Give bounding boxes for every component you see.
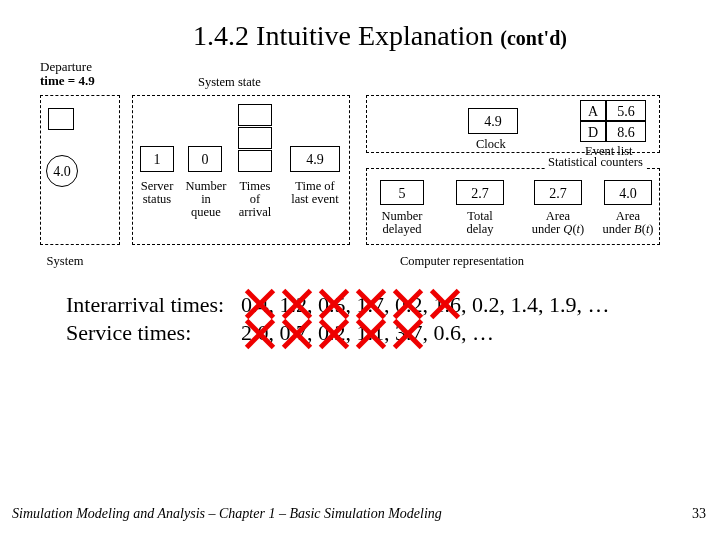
ev-a-time: 5.6 <box>606 100 646 121</box>
times-values: 0.4, 1.2, 0.5, 1.7, 0.2, 1.6, 0.2, 1.4, … <box>241 291 610 346</box>
num-delayed-box: 5 <box>380 180 424 205</box>
arrival-slot-1 <box>238 104 272 126</box>
page-number: 33 <box>692 506 706 522</box>
arrival-slot-2 <box>238 127 272 149</box>
ev-a: A <box>580 100 606 121</box>
time-last-event-box: 4.9 <box>290 146 340 172</box>
area-q-box: 2.7 <box>534 180 582 205</box>
clock-box: 4.9 <box>468 108 518 134</box>
ev-d-time: 8.6 <box>606 121 646 142</box>
cross-icon <box>279 316 315 352</box>
cross-icon <box>390 316 426 352</box>
queue-slot <box>48 108 74 130</box>
arrival-slot-3 <box>238 150 272 172</box>
area-q-label: Area under Q(t) <box>523 210 593 236</box>
comp-rep-label: Computer representation <box>400 255 524 268</box>
total-delay-box: 2.7 <box>456 180 504 205</box>
cross-icon <box>316 316 352 352</box>
interarrival-label: Interarrival times: <box>66 291 241 319</box>
title-main: 1.4.2 Intuitive Explanation <box>193 20 493 51</box>
footer-text: Simulation Modeling and Analysis – Chapt… <box>12 506 442 522</box>
footer: Simulation Modeling and Analysis – Chapt… <box>12 506 706 522</box>
server-status-label: Server status <box>135 180 179 206</box>
num-in-queue-box: 0 <box>188 146 222 172</box>
time-last-event-label: Time of last event <box>287 180 343 206</box>
departure-label: Departure time = 4.9 <box>40 60 95 87</box>
times-block: Interarrival times: Service times: 0.4, … <box>66 291 684 346</box>
area-b-label: Area under B(t) <box>593 210 663 236</box>
total-delay-label: Total delay <box>457 210 503 236</box>
cross-icon <box>353 316 389 352</box>
diagram: Departure time = 4.9 4.0 System System s… <box>40 60 680 275</box>
title-contd: (cont'd) <box>500 27 567 49</box>
times-arrival-label: Times of arrival <box>231 180 279 219</box>
system-state-label: System state <box>198 76 261 89</box>
cross-icon <box>427 286 463 322</box>
departing-customer: 4.0 <box>46 155 78 187</box>
num-in-queue-label: Number in queue <box>180 180 232 219</box>
system-label: System <box>40 255 90 268</box>
server-status-box: 1 <box>140 146 174 172</box>
num-delayed-label: Number delayed <box>374 210 430 236</box>
clock-label: Clock <box>476 138 506 151</box>
service-label: Service times: <box>66 319 241 347</box>
ev-d: D <box>580 121 606 142</box>
stat-counters-label: Statistical counters <box>545 156 646 169</box>
cross-icon <box>242 316 278 352</box>
cross-out-row-2 <box>242 316 426 352</box>
times-labels: Interarrival times: Service times: <box>66 291 241 346</box>
slide-title: 1.4.2 Intuitive Explanation (cont'd) <box>36 20 684 52</box>
area-b-box: 4.0 <box>604 180 652 205</box>
